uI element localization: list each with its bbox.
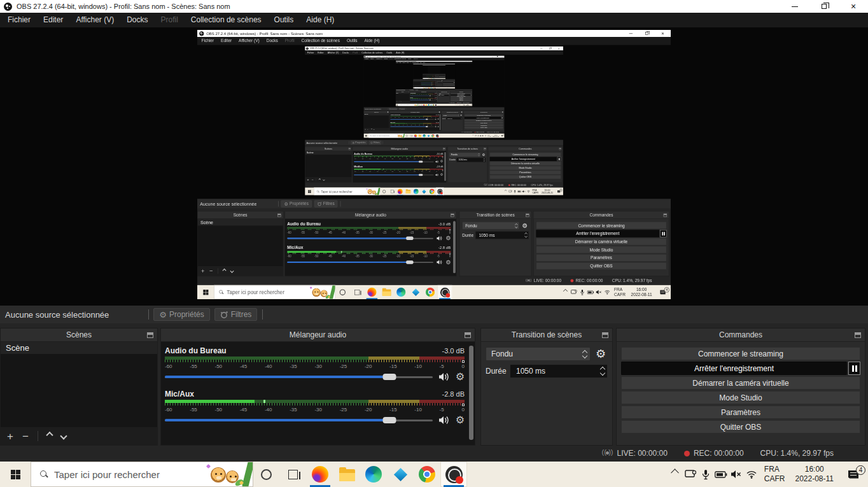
transition-type-select[interactable]: Fondu [486,347,591,361]
channel-settings-button[interactable]: ⚙ [456,372,465,382]
channel-db-value: -2.8 dB [442,390,465,398]
mixer-scrollbar[interactable] [469,346,473,440]
obs-logo-icon [4,3,12,11]
combo-arrows-icon [580,351,590,358]
minimize-button[interactable] [780,0,809,13]
transitions-panel-header[interactable]: Transition de scènes [481,328,612,342]
panel-float-icon[interactable] [855,332,861,338]
panel-float-icon[interactable] [602,332,608,338]
quit-obs-button[interactable]: Quitter OBS [621,420,860,434]
status-bar: LIVE: 00:00:00 REC: 00:00:00 CPU: 1.4%, … [601,447,834,460]
chrome-icon [419,466,435,483]
transitions-panel-title: Transition de scènes [512,330,582,339]
taskbar-app-file-explorer[interactable] [333,462,360,487]
scene-list-item[interactable]: Scène [1,342,157,354]
obs-main-window: OBS 27.2.4 (64-bit, windows) - Profil: S… [305,46,563,195]
duration-label: Durée [486,367,510,376]
tray-microphone-button[interactable] [698,462,713,487]
taskbar-app-chrome[interactable] [414,462,440,487]
tray-volume-button[interactable] [729,462,744,487]
taskbar-clock[interactable]: 16:00 2022-08-11 [790,465,839,484]
gear-icon: ⚙ [159,311,167,319]
studio-mode-button[interactable]: Mode Studio [621,391,860,404]
battery-icon [715,471,727,478]
duration-spinbox[interactable]: 1050 ms [510,364,608,378]
taskbar-app-firefox[interactable] [307,462,333,487]
keyboard-layout-code: CAFR [764,474,785,484]
menu-fichier[interactable]: Fichier [1,13,37,27]
menu-editer[interactable]: Editer [37,13,69,27]
speaker-muted-icon [731,470,741,479]
tray-display-capture-button[interactable] [683,462,698,487]
task-view-icon [288,470,298,479]
firefox-icon [312,466,328,483]
remove-scene-button[interactable]: − [22,431,29,442]
menu-collection-de-scenes[interactable]: Collection de scènes [185,13,268,27]
panel-float-icon[interactable] [465,332,471,338]
mute-button[interactable] [438,372,450,381]
mute-button[interactable] [438,416,450,425]
panel-float-icon[interactable] [147,332,153,338]
scene-list: Scène [1,342,157,428]
menu-outils[interactable]: Outils [268,13,300,27]
transitions-panel: Transition de scènes Fondu ⚙ Durée 1050 … [480,328,613,446]
chevron-up-icon [671,469,679,477]
mixer-panel-header[interactable]: Mélangeur audio [161,328,475,342]
meter-scale-label: -30 [314,407,322,413]
volume-slider-handle[interactable] [383,417,396,423]
properties-button[interactable]: ⚙ Propriétés [153,308,209,321]
meter-scale-label: -20 [365,363,372,369]
dock-area: Scènes Scène + − Mélangeur audio [0,323,868,462]
lion-emoji-icon [211,467,226,483]
move-scene-up-button[interactable] [47,434,52,439]
transition-settings-button[interactable]: ⚙ [594,347,608,361]
taskbar-search[interactable] [31,462,253,487]
pause-recording-button[interactable] [848,362,860,375]
channel-settings-button[interactable]: ⚙ [456,415,465,425]
live-time: LIVE: 00:00:00 [617,449,667,458]
spinner-arrows-icon[interactable] [598,367,607,375]
windows-logo-icon [11,470,20,479]
tray-battery-button[interactable] [713,462,729,487]
meter-scale-label: -15 [389,407,397,413]
toolbar-separator [148,309,149,320]
preview-canvas[interactable]: OBS 27.2.4 (64-bit, windows) - Profil: S… [0,27,868,306]
settings-button[interactable]: Paramètres [621,406,860,419]
start-virtual-camera-button[interactable]: Démarrer la caméra virtuelle [621,376,860,390]
cortana-button[interactable] [253,462,279,487]
scenes-panel-header[interactable]: Scènes [1,328,157,342]
action-center-button[interactable]: 4 [839,470,868,479]
taskbar-app-obs[interactable] [440,462,467,487]
tray-network-button[interactable] [744,462,759,487]
gear-icon: ⚙ [456,372,465,382]
move-scene-down-button[interactable] [61,434,66,439]
volume-slider[interactable] [165,417,433,423]
menu-afficher[interactable]: Afficher (V) [69,13,120,27]
language-indicator[interactable]: FRA CAFR [759,465,790,484]
controls-panel-header[interactable]: Commandes [617,328,865,342]
close-button[interactable]: × [839,0,868,13]
channel-db-value: -3.0 dB [442,347,465,355]
add-scene-button[interactable]: + [7,431,13,442]
windows-taskbar: FRA CAFR 16:00 2022-08-11 4 [0,462,868,487]
meter-scale-label: -60 [165,407,172,413]
menu-profil: Profil [155,13,185,27]
menu-docks[interactable]: Docks [120,13,154,27]
speaker-icon [438,372,450,381]
audio-mixer-panel: Mélangeur audio Audio du Bureau -3.0 dB [160,328,475,446]
stop-recording-button[interactable]: Arrêter l'enregistrement [621,362,847,375]
taskbar-app-edge[interactable] [360,462,387,487]
restore-button[interactable] [809,0,839,13]
obs-taskbar-icon [445,466,463,483]
start-button[interactable] [0,462,31,487]
controls-panel-title: Commandes [719,330,762,339]
taskbar-app-kodi[interactable] [387,462,414,487]
filters-button[interactable]: Filtres [214,308,258,321]
tray-expand-button[interactable] [668,462,683,487]
start-streaming-button[interactable]: Commencer le streaming [621,347,860,360]
menu-aide[interactable]: Aide (H) [300,13,340,27]
cortana-icon [261,469,272,480]
volume-slider-handle[interactable] [383,374,396,380]
task-view-button[interactable] [279,462,307,487]
volume-slider[interactable] [165,374,433,380]
